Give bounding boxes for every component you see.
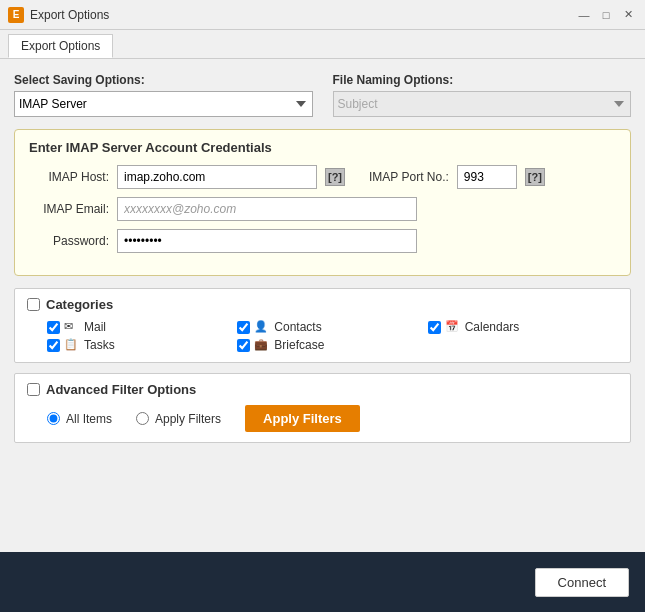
imap-password-row: Password: [29, 229, 616, 253]
file-naming-select[interactable]: Subject Date From [333, 91, 632, 117]
apply-filters-radio-label: Apply Filters [155, 412, 221, 426]
file-naming-label: File Naming Options: [333, 73, 632, 87]
all-items-radio[interactable] [47, 412, 60, 425]
imap-port-label: IMAP Port No.: [369, 170, 449, 184]
imap-port-help[interactable]: [?] [525, 168, 545, 186]
footer: Connect [0, 552, 645, 612]
mail-checkbox[interactable] [47, 321, 60, 334]
imap-host-input[interactable] [117, 165, 317, 189]
imap-host-row: IMAP Host: [?] IMAP Port No.: [?] [29, 165, 616, 189]
category-mail: ✉ Mail [47, 320, 237, 334]
contacts-label: Contacts [274, 320, 321, 334]
advanced-filter-label: Advanced Filter Options [46, 382, 196, 397]
contacts-checkbox[interactable] [237, 321, 250, 334]
saving-options-label: Select Saving Options: [14, 73, 313, 87]
mail-icon: ✉ [64, 320, 78, 334]
calendars-icon: 📅 [445, 320, 459, 334]
mail-label: Mail [84, 320, 106, 334]
title-bar: E Export Options — □ ✕ [0, 0, 645, 30]
tasks-label: Tasks [84, 338, 115, 352]
top-options-row: Select Saving Options: IMAP Server Local… [14, 73, 631, 117]
categories-checkbox[interactable] [27, 298, 40, 311]
filter-radio-row: All Items Apply Filters Apply Filters [27, 405, 618, 432]
imap-email-label: IMAP Email: [29, 202, 109, 216]
file-naming-group: File Naming Options: Subject Date From [333, 73, 632, 117]
connect-button[interactable]: Connect [535, 568, 629, 597]
imap-host-label: IMAP Host: [29, 170, 109, 184]
minimize-button[interactable]: — [575, 6, 593, 24]
calendars-label: Calendars [465, 320, 520, 334]
all-items-label: All Items [66, 412, 112, 426]
imap-credentials-section: Enter IMAP Server Account Credentials IM… [14, 129, 631, 276]
categories-grid: ✉ Mail 👤 Contacts 📅 Calendars 📋 Tasks 💼 [27, 320, 618, 352]
app-icon: E [8, 7, 24, 23]
categories-label: Categories [46, 297, 113, 312]
maximize-button[interactable]: □ [597, 6, 615, 24]
apply-filters-button[interactable]: Apply Filters [245, 405, 360, 432]
apply-filters-radio[interactable] [136, 412, 149, 425]
calendars-checkbox[interactable] [428, 321, 441, 334]
category-calendars: 📅 Calendars [428, 320, 618, 334]
imap-password-input[interactable] [117, 229, 417, 253]
saving-options-group: Select Saving Options: IMAP Server Local… [14, 73, 313, 117]
window-controls: — □ ✕ [575, 6, 637, 24]
category-briefcase: 💼 Briefcase [237, 338, 427, 352]
window-title: Export Options [30, 8, 575, 22]
categories-section: Categories ✉ Mail 👤 Contacts 📅 Calendars… [14, 288, 631, 363]
briefcase-label: Briefcase [274, 338, 324, 352]
categories-header: Categories [27, 297, 618, 312]
category-contacts: 👤 Contacts [237, 320, 427, 334]
imap-port-input[interactable] [457, 165, 517, 189]
close-button[interactable]: ✕ [619, 6, 637, 24]
all-items-radio-item: All Items [47, 412, 112, 426]
tab-bar: Export Options [0, 30, 645, 59]
advanced-filter-section: Advanced Filter Options All Items Apply … [14, 373, 631, 443]
imap-password-label: Password: [29, 234, 109, 248]
advanced-filter-header: Advanced Filter Options [27, 382, 618, 397]
imap-email-row: IMAP Email: [29, 197, 616, 221]
tab-export-options[interactable]: Export Options [8, 34, 113, 58]
advanced-filter-checkbox[interactable] [27, 383, 40, 396]
tasks-checkbox[interactable] [47, 339, 60, 352]
imap-host-help[interactable]: [?] [325, 168, 345, 186]
saving-options-select[interactable]: IMAP Server Local Folder PST File [14, 91, 313, 117]
contacts-icon: 👤 [254, 320, 268, 334]
briefcase-icon: 💼 [254, 338, 268, 352]
imap-email-input[interactable] [117, 197, 417, 221]
briefcase-checkbox[interactable] [237, 339, 250, 352]
category-tasks: 📋 Tasks [47, 338, 237, 352]
imap-section-title: Enter IMAP Server Account Credentials [29, 140, 616, 155]
tasks-icon: 📋 [64, 338, 78, 352]
apply-filters-radio-item: Apply Filters [136, 412, 221, 426]
main-content: Select Saving Options: IMAP Server Local… [0, 59, 645, 552]
